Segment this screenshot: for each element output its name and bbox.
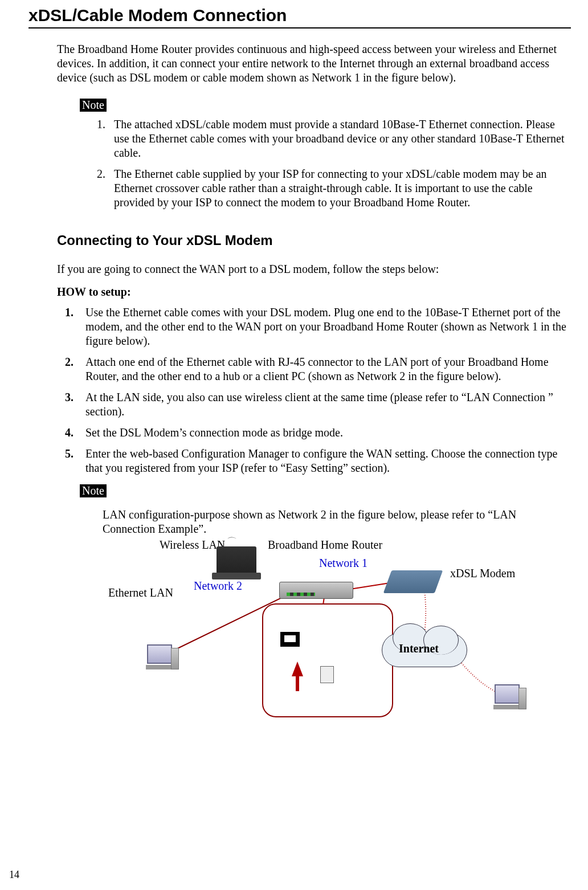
pc-icon xyxy=(142,644,177,673)
network2-label: Network 2 xyxy=(194,579,242,593)
router-label: Broadband Home Router xyxy=(268,538,382,552)
list-item: Enter the web-based Configuration Manage… xyxy=(65,447,571,475)
wireless-lan-label: Wireless LAN xyxy=(160,538,225,552)
router-detail-box xyxy=(262,603,393,717)
network-diagram: Wireless LAN ⌒ Broadband Home Router Net… xyxy=(108,536,541,724)
arrow-up-icon xyxy=(292,662,303,676)
intro-paragraph: The Broadband Home Router provides conti… xyxy=(57,42,571,85)
note-badge: Note xyxy=(80,484,107,497)
section-heading: Connecting to Your xDSL Modem xyxy=(57,232,571,248)
laptop-icon xyxy=(217,546,256,574)
list-item: Attach one end of the Ethernet cable wit… xyxy=(65,355,571,383)
note-block: Note The attached xDSL/cable modem must … xyxy=(80,99,571,210)
pc-icon xyxy=(490,684,524,713)
list-item: Use the Ethernet cable comes with your D… xyxy=(65,305,571,348)
list-item: Set the DSL Modem’s connection mode as b… xyxy=(65,426,571,440)
note-list: The attached xDSL/cable modem must provi… xyxy=(108,117,571,210)
note-badge: Note xyxy=(80,99,107,112)
page-title: xDSL/Cable Modem Connection xyxy=(28,6,571,28)
router-icon xyxy=(279,582,353,599)
list-item: The attached xDSL/cable modem must provi… xyxy=(108,117,571,160)
list-item: The Ethernet cable supplied by your ISP … xyxy=(108,167,571,210)
note-body: LAN configuration-purpose shown as Netwo… xyxy=(103,508,571,536)
ethernet-port-icon xyxy=(280,632,300,647)
network1-label: Network 1 xyxy=(319,557,368,570)
modem-icon xyxy=(383,570,443,593)
note-block-2: Note LAN configuration-purpose shown as … xyxy=(80,484,571,536)
ethernet-lan-label: Ethernet LAN xyxy=(108,586,173,599)
body-text: If you are going to connect the WAN port… xyxy=(57,262,571,276)
modem-label: xDSL Modem xyxy=(450,567,515,580)
internet-label: Internet xyxy=(399,642,439,655)
setup-steps-list: Use the Ethernet cable comes with your D… xyxy=(65,305,571,475)
rj45-plug-icon xyxy=(320,666,334,683)
how-to-setup-label: HOW to setup: xyxy=(57,285,571,299)
page-number: 14 xyxy=(9,869,19,881)
list-item: At the LAN side, you also can use wirele… xyxy=(65,390,571,419)
